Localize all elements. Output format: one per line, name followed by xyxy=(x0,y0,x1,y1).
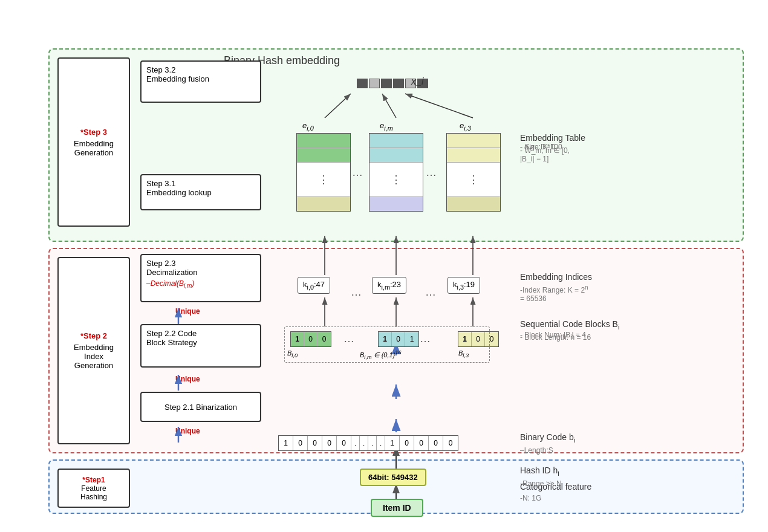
binary-code-annot: Binary Code bi –Length:S xyxy=(520,432,575,444)
emb-row-cyan-2 xyxy=(369,148,423,163)
bi3-label: Bi,3 xyxy=(458,349,469,358)
bin-10: 0 xyxy=(443,436,458,450)
cb2-c3: 1 xyxy=(405,332,418,346)
bin-dot-4: . xyxy=(377,436,385,450)
index-box-2: ki,m:23 xyxy=(372,277,406,294)
cb3-c2: 0 xyxy=(472,332,485,346)
bin-5: 0 xyxy=(337,436,351,450)
e-i3-label: ei,3 xyxy=(460,121,471,132)
hash-cell-3 xyxy=(381,79,392,88)
emb-row-plain-1 xyxy=(447,134,500,148)
emb-table-title: Embedding Table xyxy=(520,133,585,143)
hash-id-line1: -Range >> N xyxy=(520,479,562,488)
dots-between-2: … xyxy=(426,166,437,179)
categorical-line1: -N: 1G xyxy=(520,494,541,502)
cb2-c2: 0 xyxy=(392,332,405,346)
bin-4: 0 xyxy=(322,436,337,450)
emb-indices-line1: -Index Range: K = 2n = 65536 xyxy=(520,284,592,303)
index-box-3: ki,3:19 xyxy=(447,277,480,294)
cb-dots-2: … xyxy=(420,332,431,345)
hash-cell-2 xyxy=(369,79,380,88)
index-box-1: ki,0:47 xyxy=(298,277,330,294)
step1-label: FeatureHashing xyxy=(80,484,107,501)
emb-dots-2: ⋮ xyxy=(369,163,423,196)
bin-7: 0 xyxy=(400,436,414,450)
seq-blocks-title: Sequential Code Blocks Bi xyxy=(520,319,619,331)
cb3-c1: 1 xyxy=(458,332,472,346)
index-dots-1: … xyxy=(351,286,362,299)
step31-label: Step 3.1 xyxy=(146,179,255,188)
emb-table-line3: - e.g., D=100 xyxy=(520,143,562,151)
step32-box: Step 3.2 Embedding fusion xyxy=(140,60,261,103)
bin-8: 0 xyxy=(414,436,429,450)
bin-6: 1 xyxy=(385,436,400,450)
step31-box: Step 3.1 Embedding lookup xyxy=(140,174,261,210)
step23-box: Step 2.3 Decimalization –Decimal(Bi,m) xyxy=(140,254,261,302)
step23-sublabel: Decimalization xyxy=(146,268,255,277)
bin-2: 0 xyxy=(293,436,308,450)
emb-table-annot: Embedding Table - W_m, m ∈ [0, |B_i| − 1… xyxy=(520,133,585,143)
dots-between-1: … xyxy=(352,166,363,179)
hash-id-annot: Hash ID hi -Range >> N Categorical featu… xyxy=(520,465,591,491)
index-dots-2: … xyxy=(425,286,436,299)
hash-id-box: 64bit: 549432 xyxy=(360,469,426,486)
bin-dot-3: . xyxy=(368,436,377,450)
emb-dots-1: ⋮ xyxy=(297,163,350,196)
bi0-label: Bi,0 xyxy=(287,349,298,358)
cb1-c2: 0 xyxy=(304,332,317,346)
step1-label-red: *Step1 xyxy=(82,476,105,484)
emb-dots-3: ⋮ xyxy=(447,163,500,196)
xi-label: x_i xyxy=(411,76,423,87)
hash-cell-1 xyxy=(357,79,368,88)
unique-label-2: Unique xyxy=(175,375,200,383)
step2-label-red: *Step 2 xyxy=(80,331,107,340)
step2-box: *Step 2 EmbeddingIndexGeneration xyxy=(57,257,130,444)
code-block-3: 1 0 0 xyxy=(458,331,499,347)
seq-blocks-line2: - Block Num: |Bi| = 4 xyxy=(520,331,586,340)
bin-3: 0 xyxy=(308,436,322,450)
step22-box: Step 2.2 Code Block Strategy xyxy=(140,324,261,368)
step23-label: Step 2.3 xyxy=(146,259,255,268)
binary-row: 1 0 0 0 0 . . . . 1 0 0 0 0 xyxy=(278,435,458,451)
emb-row-plain-2 xyxy=(447,148,500,163)
step21-box: Step 2.1 Binarization xyxy=(140,392,261,422)
emb-row-green-2 xyxy=(297,148,350,163)
step2-label: EmbeddingIndexGeneration xyxy=(74,343,114,370)
code-block-2: 1 0 1 xyxy=(378,331,419,347)
embedding-table-1: ⋮ xyxy=(296,133,351,212)
emb-row-green-1 xyxy=(297,134,350,148)
unique-label-3: Unique xyxy=(175,427,200,435)
bin-9: 0 xyxy=(429,436,443,450)
step23-math: –Decimal(Bi,m) xyxy=(146,279,255,289)
step32-sublabel: Embedding fusion xyxy=(146,74,255,83)
unique-label-1: Unique xyxy=(175,307,200,316)
embedding-table-2: ⋮ xyxy=(369,133,423,212)
emb-indices-annot: Embedding Indices -Index Range: K = 2n =… xyxy=(520,272,592,282)
hash-id-title: Hash ID hi xyxy=(520,465,591,477)
step22-sublabel: Block Strategy xyxy=(146,338,255,347)
emb-indices-title: Embedding Indices xyxy=(520,272,592,282)
embedding-table-3: ⋮ xyxy=(446,133,501,212)
binary-code-title: Binary Code bi xyxy=(520,432,575,444)
cb3-c3: 0 xyxy=(485,332,498,346)
hash-cell-4 xyxy=(393,79,404,88)
step22-label: Step 2.2 Code xyxy=(146,329,255,338)
step32-label: Step 3.2 xyxy=(146,65,255,74)
step1-box: *Step1 FeatureHashing xyxy=(57,469,130,508)
code-block-1: 1 0 0 xyxy=(290,331,331,347)
step3-label-red: *Step 3 xyxy=(80,128,107,137)
binary-code-line1: –Length:S xyxy=(520,446,553,455)
step21-label: Step 2.1 Binarization xyxy=(164,403,237,412)
cb2-c1: 1 xyxy=(379,332,392,346)
item-id-box: Item ID xyxy=(371,499,423,517)
emb-row-yellow-2 xyxy=(447,196,500,211)
cb1-c3: 0 xyxy=(317,332,331,346)
bin-dot-2: . xyxy=(360,436,368,450)
bin-dot-1: . xyxy=(351,436,360,450)
e-i0-label: ei,0 xyxy=(302,121,314,132)
bin-1: 1 xyxy=(279,436,293,450)
seq-blocks-annot: Sequential Code Blocks Bi - Block Length… xyxy=(520,319,619,331)
emb-row-purple-1 xyxy=(369,196,423,211)
bim-label: Bi,m ∈ {0,1}16 xyxy=(360,349,402,360)
cb1-c1: 1 xyxy=(291,332,304,346)
